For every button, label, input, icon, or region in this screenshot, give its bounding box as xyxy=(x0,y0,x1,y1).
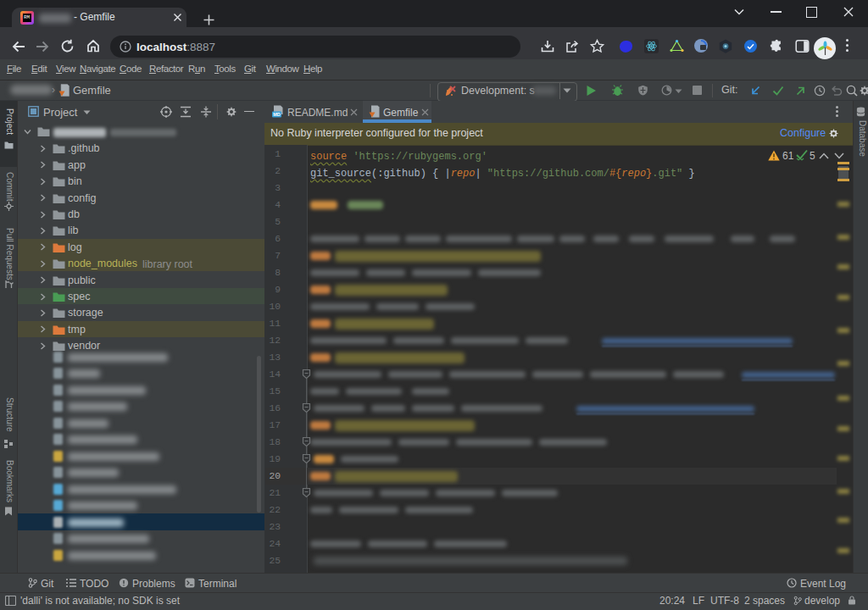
svg-text:MD: MD xyxy=(273,112,281,117)
